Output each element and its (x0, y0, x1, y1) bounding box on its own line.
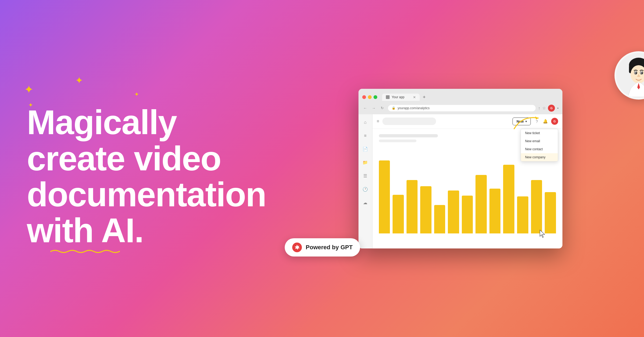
svg-point-8 (641, 72, 643, 74)
app-main: ≡ New ▾ ? 🔔 G (372, 114, 562, 248)
user-avatar-toolbar[interactable]: G (548, 105, 555, 112)
browser-titlebar: Your app ✕ + (362, 91, 559, 103)
address-actions: ↑ ☆ G ▪ (538, 105, 559, 112)
bar-9 (489, 189, 501, 233)
extensions-icon[interactable]: ▪ (557, 106, 558, 110)
headline-line1: Magically (27, 103, 177, 141)
nav-forward-button[interactable]: → (371, 105, 377, 111)
openai-svg-icon (294, 244, 300, 251)
traffic-light-yellow[interactable] (368, 95, 372, 99)
bar-3 (407, 180, 418, 233)
browser-tab-yourapp[interactable]: Your app ✕ (382, 94, 420, 101)
dropdown-item-new-company[interactable]: New company (521, 153, 558, 161)
browser-chrome: Your app ✕ + ← → ↻ 🔒 yourapp.com/analyti… (358, 89, 562, 114)
arrow-annotation (511, 114, 544, 135)
dropdown-item-new-email[interactable]: New email (521, 137, 558, 145)
nav-back-button[interactable]: ← (362, 105, 368, 111)
bar-4 (420, 186, 431, 233)
sparkle-icon-3: ✦ (28, 102, 33, 109)
avatar-svg (617, 54, 644, 97)
tab-favicon-icon (386, 95, 390, 99)
traffic-light-green[interactable] (374, 95, 377, 99)
bar-7 (462, 196, 473, 233)
headline-line2: create video (27, 139, 221, 178)
traffic-lights (362, 95, 377, 99)
nav-refresh-button[interactable]: ↻ (379, 105, 385, 111)
browser-addressbar: ← → ↻ 🔒 yourapp.com/analytics ↑ ☆ G ▪ (362, 103, 559, 114)
sparkle-icon-1: ✦ (24, 83, 34, 96)
bar-8 (475, 175, 487, 233)
wavy-underline-icon (27, 249, 143, 254)
bar-12 (531, 180, 542, 233)
sidebar-home-icon[interactable]: ⌂ (361, 119, 369, 126)
bar-10 (503, 165, 514, 233)
cursor-icon (539, 229, 546, 240)
bar-11 (517, 196, 528, 233)
avatar-face (616, 53, 644, 98)
toolbar-hamburger-icon[interactable]: ≡ (377, 119, 379, 124)
chart-header-line-short (379, 140, 416, 142)
sidebar-cloud-icon[interactable]: ☁ (361, 199, 369, 207)
sidebar-menu-icon[interactable]: ≡ (361, 132, 369, 140)
tab-close-button[interactable]: ✕ (413, 95, 416, 99)
sidebar-clock-icon[interactable]: 🕐 (361, 186, 369, 193)
sidebar-doc-icon[interactable]: 📄 (361, 145, 369, 153)
headline-line3: documentation (27, 175, 266, 214)
tab-title: Your app (392, 95, 405, 99)
dropdown-item-new-contact[interactable]: New contact (521, 145, 558, 153)
toolbar-user-avatar[interactable]: G (551, 118, 558, 125)
app-sidebar: ⌂ ≡ 📄 📁 ☰ 🕐 ☁ (358, 114, 372, 248)
share-icon[interactable]: ↑ (538, 106, 540, 110)
lock-icon: 🔒 (392, 106, 396, 110)
main-headline: Magically create video documentation wit… (27, 104, 266, 249)
svg-point-7 (635, 72, 637, 74)
bar-13 (545, 192, 556, 233)
traffic-light-red[interactable] (362, 95, 366, 99)
sidebar-folder-icon[interactable]: 📁 (361, 159, 369, 166)
user-avatar-large (614, 51, 644, 100)
gpt-logo-icon (292, 243, 302, 252)
address-text: yourapp.com/analytics (398, 106, 430, 110)
arrow-svg-icon (511, 114, 544, 134)
svg-marker-10 (540, 230, 545, 237)
address-bar[interactable]: 🔒 yourapp.com/analytics (388, 105, 536, 111)
toolbar-search-bar[interactable] (382, 118, 436, 125)
bar-1 (379, 160, 390, 233)
browser-window: Your app ✕ + ← → ↻ 🔒 yourapp.com/analyti… (358, 89, 562, 248)
bar-5 (434, 205, 445, 233)
bar-6 (448, 191, 459, 233)
sparkle-icon-2: ✦ (75, 75, 83, 86)
tab-grid-icon (386, 96, 389, 99)
browser-tabs: Your app ✕ + (382, 94, 559, 101)
gpt-badge-text: Powered by GPT (306, 244, 353, 251)
bookmark-icon[interactable]: ☆ (542, 106, 546, 111)
mouse-cursor-svg (539, 229, 546, 239)
app-content: ⌂ ≡ 📄 📁 ☰ 🕐 ☁ ≡ New ▾ (358, 114, 562, 248)
chart-header-line-long (379, 134, 438, 137)
gpt-badge: Powered by GPT (285, 238, 360, 257)
left-section: ✦ ✦ ✦ ✦ Magically create video documenta… (0, 67, 293, 270)
sidebar-list-icon[interactable]: ☰ (361, 172, 369, 180)
tab-new-button[interactable]: + (421, 94, 428, 101)
headline-line4-wrapper: with AI. (27, 213, 143, 248)
sparkle-icon-4: ✦ (134, 91, 139, 98)
right-section: Your app ✕ + ← → ↻ 🔒 yourapp.com/analyti… (293, 73, 644, 265)
bar-2 (393, 195, 404, 233)
headline-line4: with AI. (27, 211, 143, 250)
